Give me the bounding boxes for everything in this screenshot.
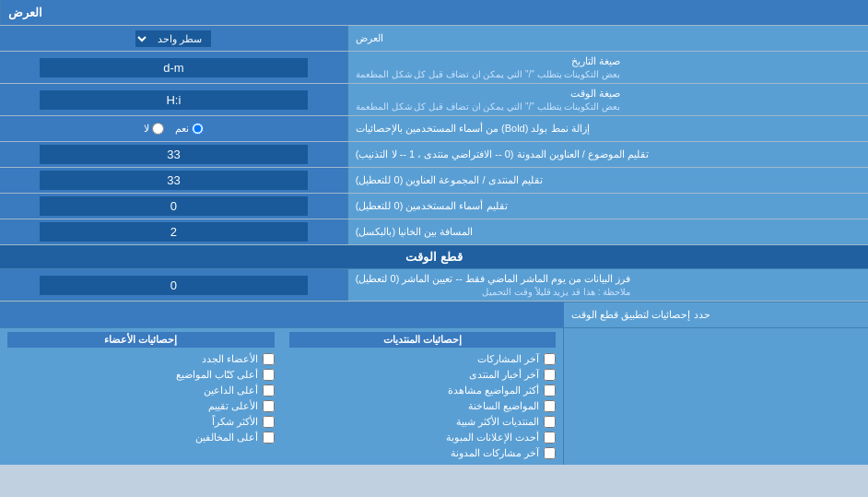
stats-col1-check-3[interactable] [544, 400, 556, 412]
stats-col2-check-4[interactable] [263, 416, 275, 428]
stats-apply-label: حدد إحصائيات لتطبيق قطع الوقت [564, 302, 868, 327]
stats-col2-item-4: الأكثر شكراً [7, 414, 275, 430]
stats-col2-title: إحصائيات الأعضاء [7, 332, 275, 348]
bold-yes-label[interactable]: نعم [175, 123, 204, 135]
page-title: العرض [8, 6, 42, 19]
stats-col1-item-4: المنتديات الأكثر شبية [289, 414, 557, 430]
stats-col2-item-0: الأعضاء الجدد [7, 351, 275, 367]
stats-col1-check-6[interactable] [544, 447, 556, 459]
stats-col1-item-1: آخر أخبار المنتدى [289, 367, 557, 383]
date-format-label: صيغة التاريخ [356, 55, 620, 67]
stats-col2-check-0[interactable] [263, 353, 275, 365]
usernames-trim-label: تقليم أسماء المستخدمين (0 للتعطيل) [356, 200, 508, 212]
space-between-input[interactable] [40, 222, 309, 242]
stats-col2-item-3: الأعلى تقييم [7, 398, 275, 414]
display-mode-label: العرض [356, 32, 383, 44]
cutoff-input[interactable] [40, 276, 309, 295]
stats-col2-check-1[interactable] [263, 369, 275, 381]
topics-titles-label: تقليم الموضوع / العناوين المدونة (0 -- ا… [356, 148, 649, 160]
stats-col2-check-5[interactable] [263, 432, 275, 444]
topics-titles-input[interactable] [40, 145, 309, 164]
stats-col2-check-2[interactable] [263, 385, 275, 396]
time-format-label: صيغة الوقت [356, 88, 620, 100]
time-format-input[interactable] [40, 90, 309, 110]
date-format-sublabel: بعض التكوينات يتطلب "/" التي يمكن ان تضا… [356, 69, 620, 79]
usernames-trim-input[interactable] [40, 196, 309, 216]
stats-col1-check-2[interactable] [544, 385, 556, 396]
stats-col1-item-5: أحدث الإعلانات المبوبة [289, 430, 557, 445]
time-format-sublabel: بعض التكوينات يتطلب "/" التي يمكن ان تضا… [356, 101, 620, 112]
space-between-label: المسافة بين الخانيا (بالبكسل) [356, 226, 474, 238]
cutoff-sublabel: ملاحظة : هذا قد يزيد قليلاً وقت التحميل [356, 287, 630, 297]
bold-no-radio[interactable] [152, 123, 164, 135]
stats-col1-check-0[interactable] [544, 353, 556, 365]
stats-col1-item-0: آخر المشاركات [289, 351, 557, 367]
bold-no-label[interactable]: لا [144, 123, 164, 135]
stats-col2-item-5: أعلى المخالفين [7, 430, 275, 445]
forum-addresses-label: تقليم المنتدى / المجموعة العناوين (0 للت… [356, 174, 543, 186]
stats-col1-check-1[interactable] [544, 369, 556, 381]
stats-col2-item-1: أعلى كتّاب المواضيع [7, 367, 275, 383]
stats-col2-item-2: أعلى الداعين [7, 383, 275, 398]
cutoff-label: فرز البيانات من يوم الماشر الماضي فقط --… [356, 273, 630, 285]
forum-addresses-input[interactable] [40, 171, 309, 190]
bold-remove-label: إزالة نمط بولد (Bold) من أسماء المستخدمي… [356, 123, 590, 135]
display-mode-select[interactable]: سطر واحد سطران ثلاثة أسطر [135, 30, 211, 47]
stats-col1-check-5[interactable] [544, 432, 556, 444]
bold-yes-radio[interactable] [192, 123, 204, 135]
stats-col1-check-4[interactable] [544, 416, 556, 428]
cutoff-section-header: قطع الوقت [0, 245, 868, 268]
stats-col1-item-2: أكثر المواضيع مشاهدة [289, 383, 557, 398]
stats-col1-title: إحصائيات المنتديات [289, 332, 557, 348]
date-format-input[interactable] [40, 58, 309, 77]
stats-col2-check-3[interactable] [263, 400, 275, 412]
stats-col1-item-3: المواضيع الساخنة [289, 398, 557, 414]
stats-col1-item-6: آخر مشاركات المدونة [289, 445, 557, 461]
